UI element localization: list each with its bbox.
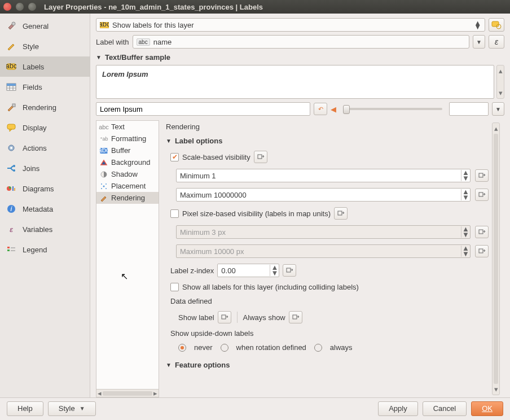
style-button[interactable]: Style▼	[48, 401, 96, 416]
svg-point-35	[101, 188, 102, 189]
upside-rotation-radio[interactable]	[221, 344, 228, 352]
window-minimize-icon[interactable]	[16, 3, 24, 11]
sidebar-item-rendering[interactable]: Rendering	[0, 97, 90, 117]
label-with-dropdown[interactable]: ▼	[473, 35, 485, 49]
form-scrollbar[interactable]: ▴▾	[492, 123, 500, 395]
sidebar-item-label: Joins	[23, 164, 39, 173]
svg-point-12	[10, 147, 12, 149]
join-icon	[6, 163, 17, 174]
sample-size-slider[interactable]	[343, 108, 442, 110]
sidebar-item-fields[interactable]: Fields	[0, 77, 90, 97]
show-all-checkbox[interactable]	[170, 283, 179, 291]
svg-point-14	[13, 169, 15, 172]
buffer-icon: abc	[100, 147, 108, 155]
wrench-icon	[6, 20, 17, 32]
sidebar-item-variables[interactable]: εVariables	[0, 219, 90, 239]
svg-rect-17	[14, 188, 15, 191]
reset-color-button[interactable]: ↶	[314, 103, 327, 115]
sidebar-item-label: Fields	[23, 83, 42, 91]
text-icon: abc	[100, 123, 108, 131]
help-button[interactable]: Help	[7, 401, 43, 416]
sample-scrollbar[interactable]: ▴▾	[496, 65, 504, 99]
override-button[interactable]	[475, 226, 489, 238]
cancel-button[interactable]: Cancel	[423, 401, 467, 416]
sample-bg-color[interactable]	[449, 102, 489, 116]
sample-preview: Lorem Ipsum	[96, 65, 494, 99]
pixel-min-spinbox: Minimum 3 px▲▼	[176, 225, 471, 239]
override-button[interactable]	[218, 311, 231, 323]
expression-button[interactable]: ε	[489, 35, 504, 49]
sidebar-item-label: Display	[23, 124, 47, 132]
sample-input[interactable]	[96, 102, 310, 116]
svg-point-13	[13, 165, 15, 167]
sidebar-item-metadata[interactable]: iMetadata	[0, 199, 90, 219]
section-text[interactable]: abcText	[96, 121, 159, 133]
feature-options-header[interactable]: ▼Feature options	[166, 361, 489, 369]
label-options-header[interactable]: ▼Label options	[166, 137, 489, 145]
collapse-icon: ▼	[166, 138, 172, 144]
pixel-visibility-checkbox[interactable]	[170, 209, 179, 218]
combo-stepper-icon: ▲▼	[474, 21, 481, 29]
scale-visibility-label: Scale-based visibility	[182, 153, 250, 161]
label-with-label: Label with	[96, 38, 129, 46]
svg-rect-38	[479, 173, 483, 177]
override-button[interactable]	[475, 245, 489, 257]
window-maximize-icon[interactable]	[28, 3, 36, 11]
sidebar-item-style[interactable]: Style	[0, 36, 90, 56]
apply-button[interactable]: Apply	[378, 401, 418, 416]
form-title: Rendering	[166, 123, 489, 131]
label-icon: abc	[6, 61, 17, 72]
label-with-combo[interactable]: abc name	[133, 35, 469, 49]
sidebar-item-actions[interactable]: Actions	[0, 138, 90, 158]
upside-always-radio[interactable]	[314, 344, 322, 352]
sublist-hscrollbar[interactable]: ◂▸	[96, 389, 159, 397]
section-rendering[interactable]: Rendering	[96, 192, 159, 204]
override-button[interactable]	[283, 264, 296, 277]
ok-button[interactable]: OK	[471, 401, 503, 416]
label-mode-combo[interactable]: abc Show labels for this layer ▲▼	[96, 18, 485, 32]
section-formatting[interactable]: ⁺abFormatting	[96, 133, 159, 145]
sidebar-item-label: Rendering	[23, 103, 56, 112]
dialog-footer: Help Style▼ Apply Cancel OK	[0, 397, 510, 419]
label-engine-button[interactable]	[489, 18, 504, 32]
label-mode-text: Show labels for this layer	[112, 21, 194, 29]
background-icon	[100, 159, 108, 167]
sidebar-item-legend[interactable]: Legend	[0, 239, 90, 260]
section-shadow[interactable]: Shadow	[96, 168, 159, 180]
override-button[interactable]	[475, 189, 489, 201]
svg-rect-45	[293, 315, 297, 319]
sidebar-item-labels[interactable]: abcLabels	[0, 56, 90, 77]
upside-header: Show upside-down labels	[170, 329, 489, 338]
window-close-icon[interactable]	[3, 3, 11, 11]
section-background[interactable]: Background	[96, 156, 159, 168]
svg-rect-8	[7, 84, 16, 86]
gear-icon	[6, 142, 17, 154]
sidebar-item-general[interactable]: General	[0, 16, 90, 36]
scale-min-spinbox[interactable]: Minimum 1▲▼	[176, 169, 471, 182]
override-button[interactable]	[254, 151, 267, 163]
svg-rect-44	[222, 315, 226, 319]
zindex-spinbox[interactable]: 0.00▲▼	[217, 264, 279, 277]
override-button[interactable]	[334, 207, 348, 220]
scale-max-spinbox[interactable]: Maximum 10000000▲▼	[176, 188, 471, 202]
sidebar-item-joins[interactable]: Joins	[0, 158, 90, 178]
svg-rect-27	[492, 21, 499, 27]
scale-visibility-checkbox[interactable]	[170, 153, 179, 161]
shadow-icon	[100, 170, 108, 178]
sidebar-item-display[interactable]: Display	[0, 117, 90, 138]
svg-point-34	[105, 183, 107, 185]
upside-never-radio[interactable]	[178, 344, 186, 352]
sidebar-item-diagrams[interactable]: Diagrams	[0, 178, 90, 199]
override-button[interactable]	[289, 311, 302, 323]
chart-icon	[6, 183, 17, 194]
zindex-label: Label z-index	[170, 266, 214, 275]
sample-bg-dropdown[interactable]: ▼	[492, 102, 504, 116]
sample-header[interactable]: ▼Text/Buffer sample	[96, 53, 504, 62]
section-buffer[interactable]: abcBuffer	[96, 145, 159, 156]
tooltip-icon	[6, 122, 17, 133]
section-placement[interactable]: Placement	[96, 180, 159, 192]
sidebar-item-label: Labels	[23, 63, 44, 71]
override-button[interactable]	[475, 169, 489, 182]
collapse-icon: ▼	[96, 54, 102, 60]
svg-rect-42	[479, 249, 483, 253]
